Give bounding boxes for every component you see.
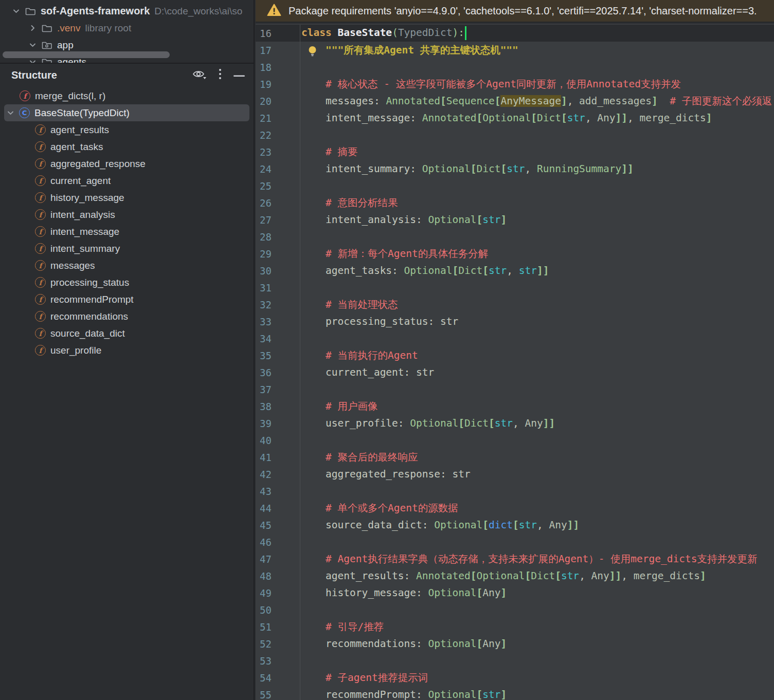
code-line-16[interactable]: 16class BaseState(TypedDict):: [256, 25, 774, 42]
code-line-29[interactable]: 29 # 新增：每个Agent的具体任务分解: [256, 245, 774, 262]
code-line-52[interactable]: 52 recommendations: Optional[Any]: [256, 635, 774, 652]
line-number[interactable]: 24: [256, 160, 300, 177]
code-line-18[interactable]: 18: [256, 59, 774, 76]
code-line-21[interactable]: 21 intent_message: Annotated[Optional[Di…: [256, 109, 774, 126]
line-number[interactable]: 52: [256, 635, 300, 652]
structure-item-processing-status[interactable]: fprocessing_status: [4, 274, 249, 291]
more-options-kebab-icon[interactable]: [219, 68, 222, 82]
structure-item-aggregated-response[interactable]: faggregated_response: [4, 155, 249, 172]
code-line-47[interactable]: 47 # Agent执行结果字典（动态存储，支持未来扩展的Agent）- 使用m…: [256, 550, 774, 567]
line-number[interactable]: 16: [256, 25, 300, 42]
code-line-19[interactable]: 19 # 核心状态 - 这些字段可能被多个Agent同时更新，使用Annotat…: [256, 76, 774, 93]
code-line-31[interactable]: 31: [256, 279, 774, 296]
line-number[interactable]: 33: [256, 313, 300, 330]
line-number[interactable]: 44: [256, 500, 300, 517]
line-number[interactable]: 25: [256, 177, 300, 194]
line-number[interactable]: 46: [256, 533, 300, 550]
code-line-48[interactable]: 48 agent_results: Annotated[Optional[Dic…: [256, 567, 774, 584]
code-line-45[interactable]: 45 source_data_dict: Optional[dict[str, …: [256, 517, 774, 533]
line-number[interactable]: 55: [256, 686, 300, 700]
line-number[interactable]: 54: [256, 669, 300, 686]
line-number[interactable]: 28: [256, 228, 300, 245]
line-number[interactable]: 29: [256, 245, 300, 262]
line-number[interactable]: 38: [256, 398, 300, 415]
line-number[interactable]: 26: [256, 194, 300, 211]
package-requirements-banner[interactable]: Package requirements 'anyio==4.9.0', 'ca…: [256, 0, 774, 23]
code-line-35[interactable]: 35 # 当前执行的Agent: [256, 347, 774, 364]
line-number[interactable]: 43: [256, 483, 300, 500]
project-tree-item-sof-agents-framework[interactable]: sof-Agents-frameworkD:\code_works\ai\so: [0, 3, 254, 20]
line-number[interactable]: 17: [256, 42, 300, 59]
structure-item-basestate-typeddict-[interactable]: CBaseState(TypedDict): [4, 104, 249, 121]
line-number[interactable]: 39: [256, 415, 300, 432]
code-line-37[interactable]: 37: [256, 381, 774, 398]
line-number[interactable]: 27: [256, 211, 300, 228]
chevron-down-icon[interactable]: [6, 109, 14, 117]
line-number[interactable]: 32: [256, 296, 300, 313]
structure-item-recommendprompt[interactable]: frecommendPrompt: [4, 291, 249, 308]
code-line-32[interactable]: 32 # 当前处理状态: [256, 296, 774, 313]
line-number[interactable]: 23: [256, 143, 300, 160]
code-line-38[interactable]: 38 # 用户画像: [256, 398, 774, 415]
view-options-eye-icon[interactable]: [192, 68, 207, 82]
line-number[interactable]: 53: [256, 652, 300, 669]
code-line-44[interactable]: 44 # 单个或多个Agent的源数据: [256, 500, 774, 517]
code-line-54[interactable]: 54 # 子agent推荐提示词: [256, 669, 774, 686]
structure-item-agent-results[interactable]: fagent_results: [4, 121, 249, 138]
code-line-27[interactable]: 27 intent_analysis: Optional[str]: [256, 211, 774, 228]
code-line-23[interactable]: 23 # 摘要: [256, 143, 774, 160]
code-line-55[interactable]: 55 recommendPrompt: Optional[str]: [256, 686, 774, 700]
structure-item-history-message[interactable]: fhistory_message: [4, 189, 249, 206]
line-number[interactable]: 50: [256, 601, 300, 618]
line-number[interactable]: 37: [256, 381, 300, 398]
line-number[interactable]: 45: [256, 517, 300, 533]
line-number[interactable]: 42: [256, 466, 300, 483]
structure-item-source-data-dict[interactable]: fsource_data_dict: [4, 325, 249, 342]
code-line-40[interactable]: 40: [256, 432, 774, 449]
code-line-46[interactable]: 46: [256, 533, 774, 550]
code-line-36[interactable]: 36 current_agent: str: [256, 364, 774, 381]
code-line-17[interactable]: 17 """所有集成Agent 共享的主键状态机""": [256, 42, 774, 59]
code-editor[interactable]: 16class BaseState(TypedDict):17 """所有集成A…: [256, 24, 774, 700]
project-tree-item--venv[interactable]: .venvlibrary root: [0, 20, 254, 36]
code-line-42[interactable]: 42 aggregated_response: str: [256, 466, 774, 483]
structure-item-recommendations[interactable]: frecommendations: [4, 308, 249, 325]
structure-item-messages[interactable]: fmessages: [4, 257, 249, 274]
code-line-24[interactable]: 24 intent_summary: Optional[Dict[str, Ru…: [256, 160, 774, 177]
structure-item-intent-analysis[interactable]: fintent_analysis: [4, 206, 249, 223]
code-line-22[interactable]: 22: [256, 126, 774, 143]
line-number[interactable]: 21: [256, 109, 300, 126]
code-line-25[interactable]: 25: [256, 177, 774, 194]
hide-panel-icon[interactable]: [233, 70, 245, 80]
line-number[interactable]: 49: [256, 584, 300, 601]
structure-item-current-agent[interactable]: fcurrent_agent: [4, 172, 249, 189]
line-number[interactable]: 22: [256, 126, 300, 143]
code-line-50[interactable]: 50: [256, 601, 774, 618]
line-number[interactable]: 51: [256, 618, 300, 635]
code-line-43[interactable]: 43: [256, 483, 774, 500]
code-line-20[interactable]: 20 messages: Annotated[Sequence[AnyMessa…: [256, 93, 774, 109]
code-line-28[interactable]: 28: [256, 228, 774, 245]
structure-item-intent-message[interactable]: fintent_message: [4, 223, 249, 240]
code-line-33[interactable]: 33 processing_status: str: [256, 313, 774, 330]
line-number[interactable]: 18: [256, 59, 300, 76]
line-number[interactable]: 31: [256, 279, 300, 296]
code-line-53[interactable]: 53: [256, 652, 774, 669]
line-number[interactable]: 36: [256, 364, 300, 381]
line-number[interactable]: 19: [256, 76, 300, 93]
code-line-39[interactable]: 39 user_profile: Optional[Dict[str, Any]…: [256, 415, 774, 432]
structure-item-merge-dicts-l-r-[interactable]: fmerge_dicts(l, r): [4, 87, 249, 104]
horizontal-scrollbar-thumb[interactable]: [3, 51, 170, 58]
structure-item-intent-summary[interactable]: fintent_summary: [4, 240, 249, 257]
line-number[interactable]: 47: [256, 550, 300, 567]
line-number[interactable]: 20: [256, 93, 300, 109]
line-number[interactable]: 35: [256, 347, 300, 364]
line-number[interactable]: 48: [256, 567, 300, 584]
structure-item-user-profile[interactable]: fuser_profile: [4, 342, 249, 359]
code-line-49[interactable]: 49 history_message: Optional[Any]: [256, 584, 774, 601]
line-number[interactable]: 34: [256, 330, 300, 347]
line-number[interactable]: 41: [256, 449, 300, 466]
code-line-34[interactable]: 34: [256, 330, 774, 347]
code-line-41[interactable]: 41 # 聚合后的最终响应: [256, 449, 774, 466]
structure-item-agent-tasks[interactable]: fagent_tasks: [4, 138, 249, 155]
